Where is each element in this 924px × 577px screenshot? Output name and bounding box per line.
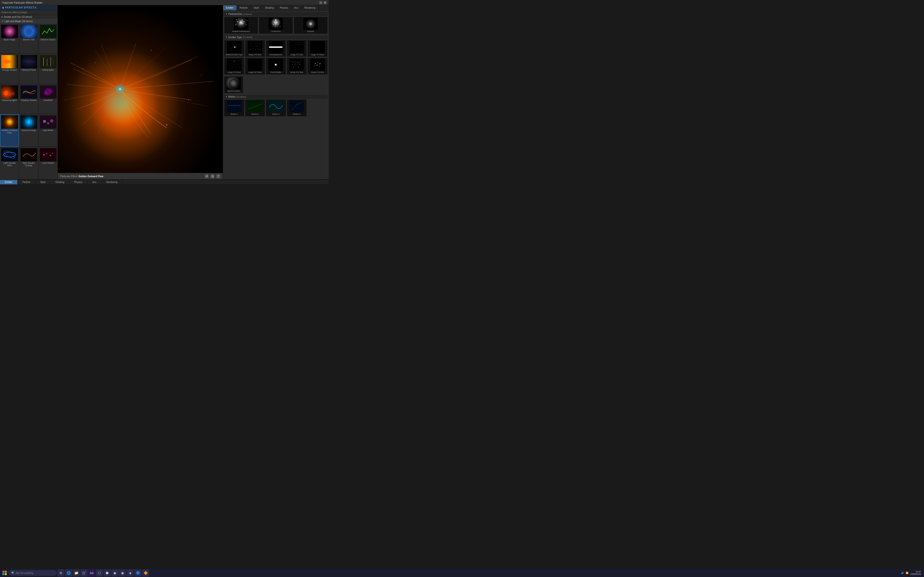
thumb-large-xz-plane[interactable]: Large XZ Plane	[245, 58, 265, 75]
info-button[interactable]: ?	[216, 174, 220, 178]
thumb-point-emitter[interactable]: Point Emitter	[266, 58, 286, 75]
effect-name: light Streaks Orange	[20, 162, 37, 167]
effect-name: Floating Streaks	[21, 99, 37, 102]
svg-point-21	[47, 122, 49, 124]
thumb-large-xy-plane[interactable]: Large XY Plane	[307, 40, 328, 57]
effect-item-light-blobs[interactable]: Light Blobs	[39, 114, 58, 147]
svg-point-53	[239, 19, 239, 19]
svg-point-84	[250, 46, 250, 47]
tab-rendering[interactable]: Rendering	[302, 5, 318, 10]
back-arrow-icon[interactable]: ◀	[2, 6, 3, 9]
expand-button[interactable]: ⊡	[210, 174, 215, 178]
effect-thumb	[21, 85, 37, 98]
thumb-motion-1[interactable]: Motion 1	[224, 99, 244, 117]
effect-item-light-streaks-orange[interactable]: light Streaks Orange	[19, 147, 38, 179]
bottom-tab-particle[interactable]: Particle	[18, 180, 36, 184]
thumb-label: Explode	[307, 30, 314, 33]
svg-point-135	[318, 52, 319, 52]
category-light-magic[interactable]: ▼ Light and Magic (30 items)	[0, 19, 58, 24]
effect-item-electron-dance[interactable]: Electron Dance	[39, 24, 58, 53]
thumb-default-particles-sec[interactable]: Default Particles/Sec	[224, 16, 258, 34]
svg-point-170	[298, 62, 298, 63]
close-button[interactable]: ✕	[323, 1, 327, 4]
svg-rect-94	[269, 47, 283, 48]
effect-thumb	[21, 25, 37, 38]
section-count: (11 items)	[243, 36, 252, 39]
svg-point-95	[291, 42, 291, 43]
effect-thumb	[40, 25, 57, 38]
effect-item-falling-lights[interactable]: Falling lights	[39, 54, 58, 84]
tab-style[interactable]: Style	[251, 5, 262, 10]
effect-item-glowfield[interactable]: Glowfield	[39, 84, 58, 114]
svg-point-22	[50, 119, 53, 122]
svg-point-169	[295, 61, 296, 62]
replay-button[interactable]: ↺	[205, 174, 209, 178]
svg-point-191	[234, 106, 234, 106]
svg-point-82	[257, 43, 258, 44]
effect-item-floating-streaks[interactable]: Floating Streaks	[19, 84, 38, 114]
bottom-tab-aux[interactable]: Aux	[87, 180, 101, 184]
tab-physics[interactable]: Physics	[277, 5, 291, 10]
thumb-motion-4[interactable]: Motion 4	[287, 99, 307, 117]
svg-point-65	[275, 19, 276, 21]
svg-point-117	[300, 49, 300, 50]
bottom-bar: Emitter Particle Style Shading Physics A…	[0, 179, 329, 185]
svg-point-121	[295, 52, 296, 52]
category-smoke-fire[interactable]: ▶ Smoke and Fire (33 items)	[0, 15, 58, 19]
svg-line-39	[120, 47, 167, 89]
thumb-default-emitter-type[interactable]: ✦ Default Emitter Type	[224, 40, 244, 57]
bottom-tab-physics[interactable]: Physics	[69, 180, 87, 184]
effect-item-love-hearts[interactable]: ♥ ♥ ♥ ♥ Love Hearts	[39, 147, 58, 179]
svg-point-62	[239, 25, 239, 25]
thumb-image	[310, 59, 325, 71]
svg-point-66	[274, 22, 275, 23]
effect-item-flickering-lights[interactable]: Flickering lights	[0, 84, 19, 114]
bottom-tab-rendering[interactable]: Rendering	[102, 180, 123, 184]
thumb-motion-2[interactable]: Motion 2	[245, 99, 265, 117]
effect-item-light-streaks-blue[interactable]: Light Streaks Blue	[0, 147, 19, 179]
thumb-motion-3[interactable]: Motion 3	[266, 99, 286, 117]
preview-area[interactable]: Click in the Preview Area to restart the…	[58, 5, 223, 173]
thumb-explode[interactable]: Explode	[294, 16, 328, 34]
svg-point-158	[254, 65, 254, 65]
thumb-small-xyz-box-2[interactable]: Small XYZ Box	[307, 58, 328, 75]
bottom-tab-style[interactable]: Style	[36, 180, 50, 184]
thumb-large-xyz-box[interactable]: Large XYZ Box	[224, 58, 244, 75]
svg-point-104	[298, 45, 298, 45]
thumb-label: Deep XYZ Box	[249, 53, 261, 56]
section-particles-per-sec[interactable]: ▼ Particles/Sec (3 items)	[224, 12, 328, 16]
thumb-horizontal-axis[interactable]: Horizontal Axis	[266, 40, 286, 57]
effect-thumb	[1, 55, 18, 68]
thumb-image	[227, 59, 241, 71]
effect-item-basic-magic[interactable]: Basic Magic	[0, 24, 19, 53]
svg-point-108	[293, 47, 293, 47]
preview-canvas[interactable]	[58, 5, 223, 173]
effect-item-electric-orb[interactable]: Electric Orb	[19, 24, 38, 53]
effect-thumb	[21, 115, 37, 129]
svg-point-146	[232, 67, 233, 67]
tab-emitter[interactable]: Emitter	[223, 5, 237, 10]
bottom-tab-emitter[interactable]: Emitter	[0, 180, 18, 184]
effect-item-ethereal-plane[interactable]: Ethereal Plane	[19, 54, 38, 84]
effect-item-inverse-energy[interactable]: Inverse Energy	[19, 114, 38, 147]
svg-point-202	[300, 103, 300, 103]
svg-point-196	[293, 109, 293, 109]
thumb-deep-xyz-box[interactable]: Deep XYZ Box	[245, 40, 265, 57]
svg-point-197	[294, 107, 294, 108]
bottom-tab-shading[interactable]: Shading	[50, 180, 69, 184]
thumb-sphere-emitter[interactable]: Sphere Emitter	[224, 76, 243, 93]
thumb-label: Horizontal Axis	[270, 53, 282, 56]
tab-shading[interactable]: Shading	[262, 5, 277, 10]
tab-particle[interactable]: Particle	[237, 5, 251, 10]
section-emitter-type[interactable]: ▼ Emitter Type (11 items)	[224, 35, 328, 39]
effect-item-golden-outward-flow[interactable]: Golden Outward Flow	[0, 114, 19, 147]
thumb-small-xyz-box-1[interactable]: Small XYZ Box	[287, 58, 307, 75]
section-motion[interactable]: ▼ Motion (10 items)	[224, 95, 328, 99]
maximize-button[interactable]: □	[319, 1, 322, 4]
svg-point-124	[302, 52, 303, 52]
effect-item-energy-stream[interactable]: Energy Stream	[0, 54, 19, 84]
svg-point-71	[272, 26, 272, 27]
tab-aux[interactable]: Aux	[291, 5, 301, 10]
thumb-large-xy-grid[interactable]: Large XY Grid	[287, 40, 307, 57]
thumb-continuous[interactable]: Continuous	[258, 16, 293, 34]
